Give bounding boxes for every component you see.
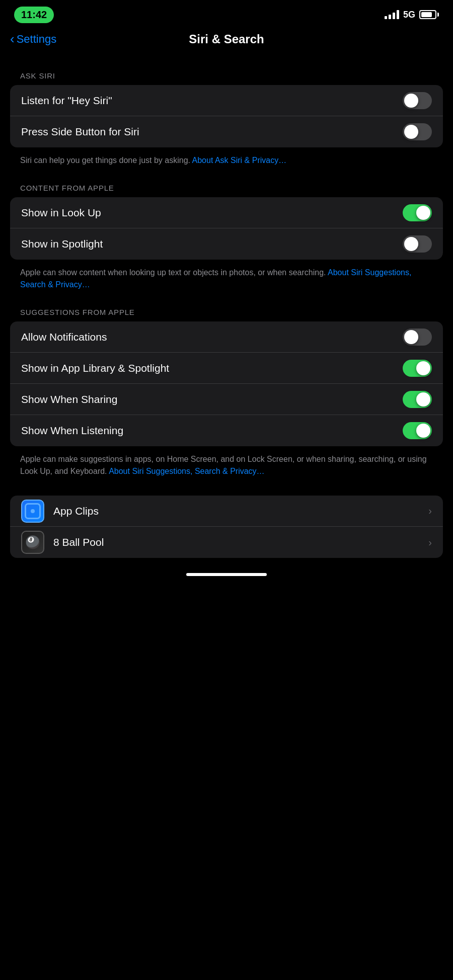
content-apple-footer-text: Apple can show content when looking up t…: [20, 268, 328, 277]
app-clips-row[interactable]: App Clips ›: [10, 496, 443, 527]
show-in-spotlight-label: Show in Spotlight: [21, 238, 103, 250]
show-in-lookup-toggle-knob: [416, 206, 430, 220]
press-side-button-toggle-knob: [404, 125, 418, 139]
status-time: 11:42: [14, 7, 54, 23]
eight-ball-label: 8 Ball Pool: [53, 536, 104, 548]
eight-ball-pool-row[interactable]: 🎱 8 Ball Pool ›: [10, 527, 443, 558]
content-apple-footer: Apple can show content when looking up t…: [0, 260, 453, 291]
back-label: Settings: [17, 33, 57, 46]
suggestions-apple-footer: Apple can make suggestions in apps, on H…: [0, 446, 453, 477]
show-when-listening-toggle[interactable]: [403, 422, 432, 439]
eight-ball-icon: 🎱: [21, 531, 44, 554]
ask-siri-privacy-link[interactable]: About Ask Siri & Privacy…: [192, 156, 287, 165]
signal-bar-1: [385, 16, 387, 19]
signal-bar-3: [393, 13, 395, 19]
battery-fill: [421, 12, 432, 17]
suggestions-apple-section-header: SUGGESTIONS FROM APPLE: [0, 308, 453, 321]
app-clips-cell: App Clips: [21, 500, 99, 523]
show-when-listening-label: Show When Listening: [21, 425, 123, 437]
show-when-sharing-toggle[interactable]: [403, 391, 432, 408]
back-chevron-icon: ‹: [10, 32, 15, 45]
status-right: 5G: [385, 10, 439, 20]
ask-siri-footer: Siri can help you get things done just b…: [0, 147, 453, 167]
hey-siri-label: Listen for "Hey Siri": [21, 95, 112, 107]
show-app-library-toggle[interactable]: [403, 360, 432, 377]
page-title: Siri & Search: [189, 32, 264, 46]
hey-siri-toggle[interactable]: [403, 92, 432, 109]
ask-siri-footer-text: Siri can help you get things done just b…: [20, 156, 192, 165]
allow-notifications-toggle-knob: [404, 330, 418, 344]
press-side-button-row[interactable]: Press Side Button for Siri: [10, 116, 443, 147]
app-clips-label: App Clips: [53, 505, 99, 517]
allow-notifications-row[interactable]: Allow Notifications: [10, 321, 443, 353]
show-app-library-row[interactable]: Show in App Library & Spotlight: [10, 353, 443, 384]
ask-siri-section-header: ASK SIRI: [0, 71, 453, 85]
eight-ball-cell: 🎱 8 Ball Pool: [21, 531, 104, 554]
show-when-sharing-label: Show When Sharing: [21, 393, 117, 405]
show-when-listening-row[interactable]: Show When Listening: [10, 415, 443, 446]
show-when-listening-toggle-knob: [416, 424, 430, 438]
network-type: 5G: [403, 10, 415, 20]
ask-siri-group: Listen for "Hey Siri" Press Side Button …: [10, 85, 443, 147]
app-list-group: App Clips › 🎱 8 Ball Pool ›: [10, 496, 443, 558]
show-when-sharing-toggle-knob: [416, 392, 430, 406]
show-app-library-toggle-knob: [416, 361, 430, 375]
app-clips-chevron-icon: ›: [428, 505, 432, 517]
app-clips-icon: [21, 500, 44, 523]
home-indicator: [186, 573, 267, 576]
suggestions-apple-privacy-link[interactable]: About Siri Suggestions, Search & Privacy…: [109, 467, 264, 475]
signal-bar-4: [397, 10, 399, 19]
show-in-spotlight-row[interactable]: Show in Spotlight: [10, 228, 443, 260]
signal-bars-icon: [385, 10, 399, 19]
battery-body: [419, 10, 436, 19]
press-side-button-toggle[interactable]: [403, 123, 432, 140]
app-clips-icon-inner: [25, 503, 41, 519]
back-button[interactable]: ‹ Settings: [10, 33, 56, 46]
content-apple-section-header: CONTENT FROM APPLE: [0, 184, 453, 197]
suggestions-apple-group: Allow Notifications Show in App Library …: [10, 321, 443, 446]
hey-siri-row[interactable]: Listen for "Hey Siri": [10, 85, 443, 116]
battery-tip: [437, 13, 439, 17]
nav-bar: ‹ Settings Siri & Search: [0, 27, 453, 56]
eight-ball-chevron-icon: ›: [428, 537, 432, 548]
battery-icon: [419, 10, 439, 19]
show-in-lookup-toggle[interactable]: [403, 204, 432, 221]
show-in-spotlight-toggle[interactable]: [403, 235, 432, 253]
signal-bar-2: [389, 15, 391, 19]
content-apple-group: Show in Look Up Show in Spotlight: [10, 197, 443, 260]
status-bar: 11:42 5G: [0, 0, 453, 27]
show-in-lookup-label: Show in Look Up: [21, 207, 101, 219]
allow-notifications-toggle[interactable]: [403, 329, 432, 346]
show-app-library-label: Show in App Library & Spotlight: [21, 362, 169, 374]
allow-notifications-label: Allow Notifications: [21, 331, 107, 343]
eight-ball-icon-emoji: 🎱: [25, 535, 40, 549]
press-side-button-label: Press Side Button for Siri: [21, 126, 139, 138]
hey-siri-toggle-knob: [404, 94, 418, 108]
app-clips-icon-dot: [31, 509, 35, 513]
show-in-spotlight-toggle-knob: [404, 237, 418, 251]
show-in-lookup-row[interactable]: Show in Look Up: [10, 197, 443, 228]
show-when-sharing-row[interactable]: Show When Sharing: [10, 384, 443, 415]
